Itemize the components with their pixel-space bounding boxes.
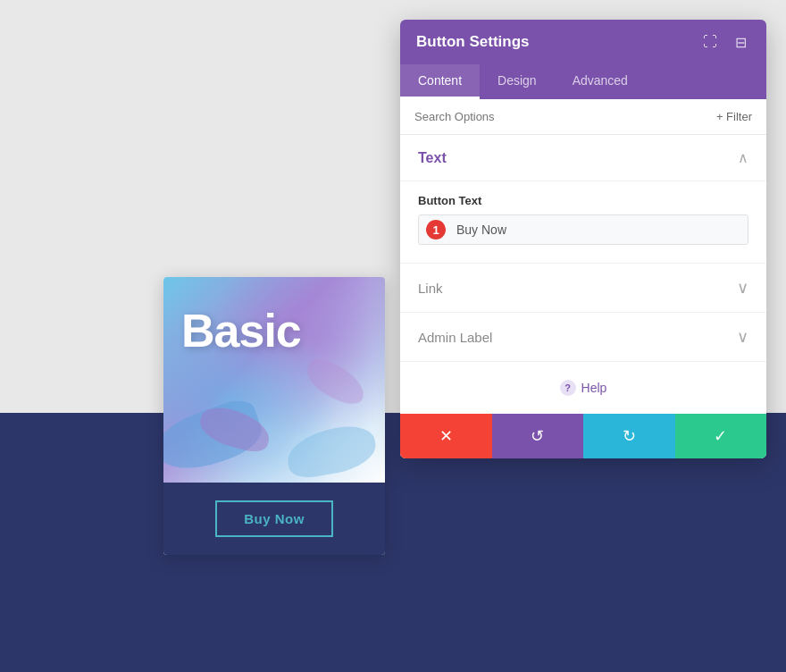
redo-button[interactable]: ↻ [583, 414, 675, 458]
filter-button[interactable]: + Filter [702, 101, 766, 132]
button-text-label: Button Text [418, 194, 748, 207]
undo-icon: ↺ [531, 426, 544, 446]
field-badge: 1 [426, 220, 446, 239]
undo-button[interactable]: ↺ [492, 414, 584, 458]
panel-title: Button Settings [416, 33, 530, 51]
admin-label-section-header[interactable]: Admin Label ∨ [400, 313, 766, 362]
card-title: Basic [181, 304, 301, 357]
save-icon: ✓ [714, 426, 727, 446]
search-bar: + Filter [400, 99, 766, 135]
panel-tabs: Content Design Advanced [400, 64, 766, 99]
fullscreen-icon[interactable]: ⛶ [700, 32, 720, 52]
panel-body: Text ∧ Button Text 1 Link ∨ Admin Label … [400, 135, 766, 414]
tab-design[interactable]: Design [480, 64, 555, 99]
search-input[interactable] [400, 99, 702, 134]
card-preview: Basic Buy Now [163, 277, 385, 555]
card-image: Basic [163, 277, 385, 483]
redo-icon: ↻ [623, 426, 636, 446]
text-section-header[interactable]: Text ∧ [400, 135, 766, 181]
delete-icon: ✕ [439, 426, 453, 446]
admin-label-chevron-down-icon: ∨ [737, 327, 748, 347]
tab-content[interactable]: Content [400, 64, 480, 99]
card-bottom: Buy Now [163, 483, 385, 555]
text-section-chevron-up-icon: ∧ [738, 149, 748, 166]
settings-panel: Button Settings ⛶ ⊟ Content Design Advan… [400, 20, 766, 458]
button-text-input[interactable] [453, 215, 748, 244]
text-section-title: Text [418, 150, 447, 166]
save-button[interactable]: ✓ [675, 414, 767, 458]
help-label: Help [581, 381, 607, 395]
columns-icon[interactable]: ⊟ [731, 32, 750, 52]
panel-header: Button Settings ⛶ ⊟ [400, 20, 766, 64]
button-text-field-area: Button Text 1 [400, 181, 766, 264]
link-section-header[interactable]: Link ∨ [400, 264, 766, 313]
link-section-chevron-down-icon: ∨ [737, 278, 748, 298]
help-row[interactable]: ? Help [400, 362, 766, 414]
admin-label-section-title: Admin Label [418, 330, 492, 345]
button-text-input-wrapper: 1 [418, 214, 748, 245]
tab-advanced[interactable]: Advanced [555, 64, 646, 99]
card-buy-now-button[interactable]: Buy Now [215, 500, 333, 537]
delete-button[interactable]: ✕ [400, 414, 492, 458]
action-bar: ✕ ↺ ↻ ✓ [400, 414, 766, 458]
link-section-title: Link [418, 281, 443, 296]
panel-header-icons: ⛶ ⊟ [700, 32, 750, 52]
help-question-icon: ? [560, 380, 576, 396]
